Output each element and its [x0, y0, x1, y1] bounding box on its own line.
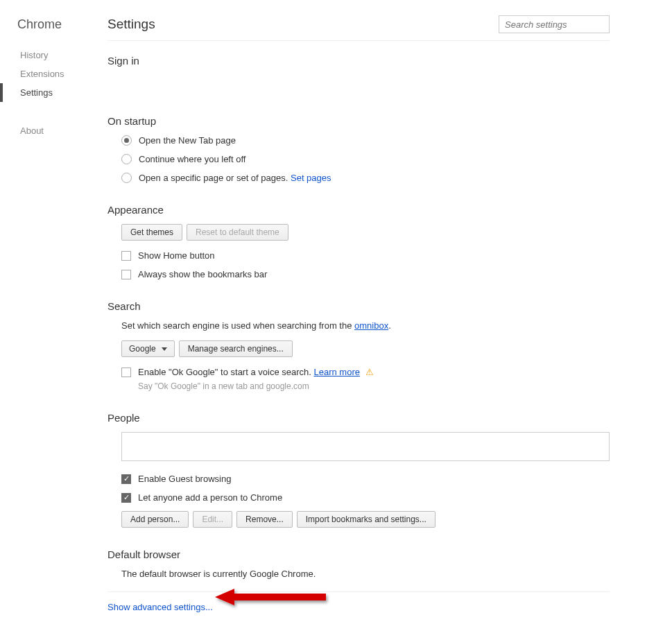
checkbox-show-bookmarks[interactable]: [121, 270, 131, 279]
radio-label-continue: Continue where you left off: [139, 154, 245, 164]
radio-label-specific: Open a specific page or set of pages.: [139, 173, 288, 183]
search-engine-value: Google: [129, 344, 156, 354]
sidebar-item-history[interactable]: History: [0, 46, 107, 64]
main-content: Settings Sign in On startup Open the New…: [107, 0, 672, 631]
checkbox-anyone-add[interactable]: [121, 493, 131, 503]
import-bookmarks-button[interactable]: Import bookmarks and settings...: [297, 511, 436, 528]
warning-icon: ⚠: [365, 367, 374, 377]
search-engine-select[interactable]: Google: [121, 340, 175, 357]
section-search-title: Search: [107, 300, 610, 312]
radio-label-newtab: Open the New Tab page: [139, 135, 236, 146]
checkbox-label-show-home: Show Home button: [138, 250, 215, 261]
caret-down-icon: [162, 347, 167, 351]
checkbox-label-anyone-add: Let anyone add a person to Chrome: [138, 492, 282, 503]
ok-google-subtext: Say "Ok Google" in a new tab and google.…: [138, 381, 610, 391]
checkbox-label-guest: Enable Guest browsing: [138, 474, 231, 484]
set-pages-link[interactable]: Set pages: [291, 173, 331, 183]
section-signin-title: Sign in: [107, 55, 610, 67]
edit-person-button[interactable]: Edit...: [193, 511, 232, 528]
search-input[interactable]: [499, 15, 610, 33]
sidebar-item-extensions[interactable]: Extensions: [0, 64, 107, 83]
learn-more-link[interactable]: Learn more: [313, 367, 359, 377]
sidebar-item-settings[interactable]: Settings: [0, 83, 107, 102]
sidebar: Chrome History Extensions Settings About: [0, 0, 107, 631]
section-startup-title: On startup: [107, 115, 610, 127]
people-list-box[interactable]: [121, 432, 610, 461]
radio-startup-specific[interactable]: [121, 173, 132, 183]
section-default-browser-title: Default browser: [107, 548, 610, 560]
checkbox-ok-google[interactable]: [121, 368, 131, 377]
get-themes-button[interactable]: Get themes: [121, 224, 182, 241]
omnibox-link[interactable]: omnibox: [354, 320, 388, 331]
sidebar-title: Chrome: [0, 17, 107, 32]
default-browser-text: The default browser is currently Google …: [121, 569, 610, 579]
radio-startup-continue[interactable]: [121, 154, 132, 164]
add-person-button[interactable]: Add person...: [121, 511, 189, 528]
checkbox-guest-browsing[interactable]: [121, 474, 131, 484]
sidebar-item-about[interactable]: About: [0, 121, 107, 140]
section-people-title: People: [107, 412, 610, 424]
checkbox-label-ok-google: Enable "Ok Google" to start a voice sear…: [138, 367, 311, 377]
manage-search-engines-button[interactable]: Manage search engines...: [179, 340, 293, 357]
checkbox-label-show-bookmarks: Always show the bookmarks bar: [138, 269, 267, 279]
divider: [107, 591, 610, 592]
remove-person-button[interactable]: Remove...: [236, 511, 293, 528]
radio-startup-newtab[interactable]: [121, 135, 132, 146]
show-advanced-settings-link[interactable]: Show advanced settings...: [107, 602, 213, 612]
search-desc-text: Set which search engine is used when sea…: [121, 320, 354, 331]
reset-theme-button[interactable]: Reset to default theme: [187, 224, 288, 241]
section-appearance-title: Appearance: [107, 204, 610, 216]
page-title: Settings: [107, 17, 155, 32]
checkbox-show-home[interactable]: [121, 251, 131, 261]
